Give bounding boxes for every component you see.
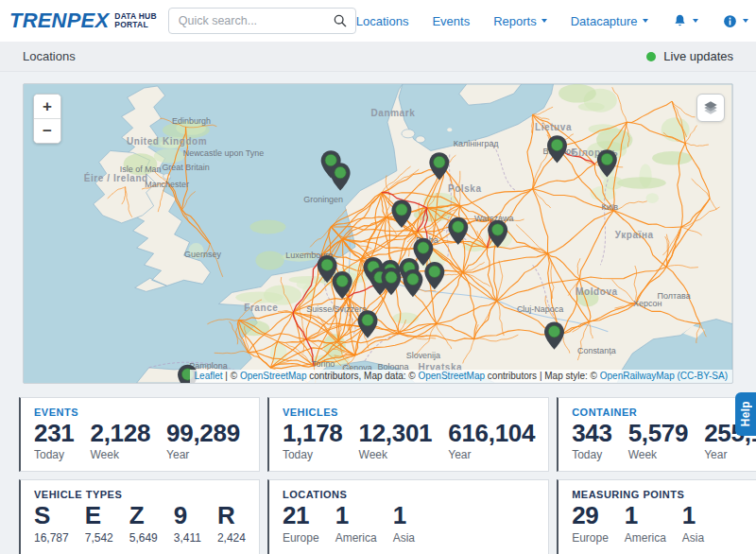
- forest-area: [154, 148, 184, 163]
- map-container[interactable]: DanmarkUnited KingdomNewcastle upon Tyne…: [23, 83, 733, 384]
- marker-dot-icon: [335, 166, 346, 178]
- stat-label: Today: [34, 448, 74, 461]
- stat-value: 21: [283, 503, 319, 528]
- stat-value: 29: [572, 503, 609, 528]
- live-updates-label: Live updates: [663, 49, 733, 63]
- map-label: Україна: [615, 230, 654, 240]
- marker-dot-icon: [453, 221, 464, 233]
- attribution-text: contributors | Map style: ©: [485, 371, 600, 381]
- chevron-down-icon: [643, 19, 648, 23]
- forest-area: [617, 177, 666, 188]
- map-label: Newcastle upon Tyne: [183, 148, 265, 158]
- stat-label: Year: [448, 448, 535, 461]
- map-label: Constanța: [577, 346, 616, 355]
- nav-reports-label: Reports: [493, 14, 537, 28]
- map-label: Polska: [448, 183, 482, 194]
- map-label: Полтава: [658, 291, 691, 301]
- zoom-in-button[interactable]: +: [34, 95, 60, 118]
- map-label: Slovenija: [406, 351, 440, 360]
- nav-datacapture[interactable]: Datacapture: [571, 14, 648, 28]
- vehicle-types-card-title: VEHICLE TYPES: [34, 489, 246, 500]
- forest-area: [558, 84, 596, 103]
- stat-column: 1,178 Today: [283, 421, 343, 461]
- europe-map[interactable]: DanmarkUnited KingdomNewcastle upon Tyne…: [24, 84, 732, 383]
- stat-column: Z 5,649: [129, 503, 158, 544]
- stat-value: 5,579: [628, 421, 689, 446]
- stat-column: 1 Asia: [393, 503, 415, 544]
- notifications-menu[interactable]: [672, 13, 698, 29]
- stat-value: E: [85, 503, 113, 528]
- app-header: TRENPEX DATA HUB PORTAL Locations Events…: [0, 0, 756, 42]
- stat-column: 343 Today: [572, 421, 611, 461]
- stat-column: S 16,787: [34, 503, 69, 544]
- info-menu[interactable]: [722, 13, 748, 29]
- map-label: Danmark: [371, 108, 416, 118]
- stat-column: 5,579 Week: [628, 421, 689, 461]
- layers-icon: [702, 99, 719, 116]
- stat-value: 1: [682, 503, 704, 528]
- vehicles-card: VEHICLES 1,178 Today 12,301 Week 616,104…: [267, 397, 549, 472]
- stat-value: 1: [393, 503, 415, 528]
- stat-column: 12,301 Week: [359, 421, 433, 461]
- stat-value: 2,128: [90, 421, 150, 446]
- stat-column: 231 Today: [34, 421, 74, 461]
- logo[interactable]: TRENPEX DATA HUB PORTAL: [9, 9, 157, 33]
- vehicle-types-card: VEHICLE TYPES S 16,787 E 7,542 Z 5,649 9…: [19, 479, 260, 554]
- stat-label: America: [335, 531, 377, 545]
- stat-value: 1: [625, 503, 666, 528]
- forest-area: [578, 102, 605, 111]
- map-label: Torino: [312, 359, 335, 369]
- stat-value: 616,104: [448, 421, 535, 446]
- search-input[interactable]: [177, 13, 333, 28]
- stat-value: 9: [174, 503, 201, 528]
- forest-area: [662, 117, 690, 142]
- vehicles-card-title: VEHICLES: [283, 407, 535, 418]
- zoom-out-button[interactable]: −: [34, 118, 60, 143]
- search-icon[interactable]: [333, 13, 348, 28]
- marker-dot-icon: [434, 156, 445, 167]
- measuring-points-card-title: MEASURING POINTS: [572, 489, 756, 500]
- openrailwaymap-link[interactable]: OpenRailwayMap (CC-BY-SA): [600, 371, 728, 381]
- stat-label: 3,411: [174, 531, 201, 545]
- map-label: Great Britain: [162, 163, 209, 172]
- locations-card: LOCATIONS 21 Europe 1 America 1 Asia: [267, 479, 549, 554]
- stat-column: 99,289 Year: [166, 421, 240, 461]
- stat-column: 616,104 Year: [448, 421, 535, 461]
- logo-text: TRENPEX: [9, 9, 109, 33]
- stat-column: 1 America: [335, 503, 377, 544]
- help-tab[interactable]: Help: [735, 392, 756, 436]
- stat-value: 1,178: [283, 421, 343, 446]
- map-label: Moldova: [576, 286, 618, 297]
- breadcrumb: Locations: [23, 49, 76, 63]
- marker-dot-icon: [386, 271, 397, 283]
- stat-value: R: [217, 503, 246, 528]
- nav-locations[interactable]: Locations: [356, 14, 409, 28]
- forest-area: [652, 151, 692, 165]
- marker-dot-icon: [396, 204, 407, 216]
- measuring-points-card: MEASURING POINTS 29 Europe 1 America 1 A…: [557, 479, 756, 554]
- info-icon: [722, 13, 738, 29]
- attribution-text: contributors, Map data: ©: [306, 371, 418, 381]
- stat-label: Week: [90, 448, 150, 461]
- leaflet-link[interactable]: Leaflet: [195, 371, 223, 381]
- map-label: Херсон: [633, 299, 662, 308]
- danish-island: [416, 136, 425, 143]
- osm-link[interactable]: OpenStreetMap: [240, 371, 307, 381]
- map-label: Edinburgh: [172, 116, 211, 126]
- osm-link[interactable]: OpenStreetMap: [418, 371, 485, 381]
- map-layers-button[interactable]: [696, 94, 725, 122]
- marker-dot-icon: [336, 275, 348, 286]
- stat-value: 99,289: [166, 421, 240, 446]
- stat-column: 1 America: [625, 503, 666, 544]
- live-updates: Live updates: [646, 49, 733, 63]
- forest-area: [392, 312, 418, 323]
- nav-reports[interactable]: Reports: [493, 14, 547, 28]
- map-zoom-control: + −: [33, 94, 61, 144]
- map-label: Groningen: [303, 195, 343, 204]
- map-label: Калінінград: [454, 139, 500, 148]
- marker-dot-icon: [548, 325, 559, 337]
- stats-grid: EVENTS 231 Today 2,128 Week 99,289 Year …: [19, 397, 737, 554]
- nav-events[interactable]: Events: [432, 14, 470, 28]
- stat-value: 343: [572, 421, 611, 446]
- quick-search[interactable]: [168, 8, 356, 34]
